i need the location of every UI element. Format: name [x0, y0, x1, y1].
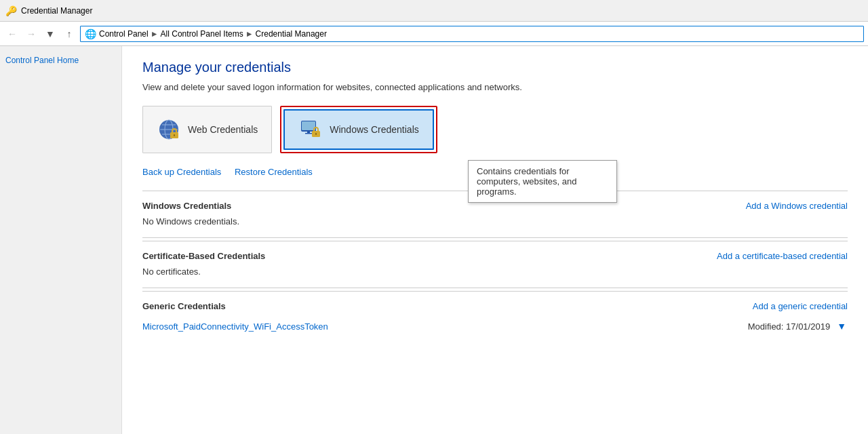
windows-credentials-icon	[298, 117, 323, 142]
window-title: Credential Manager	[21, 6, 92, 16]
web-credentials-label: Web Credentials	[188, 124, 258, 135]
generic-credential-item: Microsoft_PaidConnectivity_WiFi_AccessTo…	[142, 317, 848, 336]
svg-rect-12	[315, 133, 317, 135]
folder-icon: 🌐	[85, 28, 96, 39]
certificate-credentials-section-title: Certificate-Based Credentials	[142, 251, 265, 261]
content-area: Manage your credentials View and delete …	[122, 46, 868, 434]
recent-pages-button[interactable]: ▼	[42, 26, 58, 42]
generic-credentials-section-title: Generic Credentials	[142, 301, 226, 311]
forward-button[interactable]: →	[23, 26, 39, 42]
svg-rect-6	[174, 134, 175, 136]
main-layout: Control Panel Home Manage your credentia…	[0, 46, 868, 434]
credential-type-row: Web Credentials	[142, 106, 848, 153]
tooltip-text: Contains credentials for computers, webs…	[477, 166, 576, 197]
certificate-credentials-section: Certificate-Based Credentials Add a cert…	[142, 241, 848, 288]
sidebar-control-panel-home[interactable]: Control Panel Home	[5, 54, 116, 66]
title-bar: 🔑 Credential Manager	[0, 0, 868, 22]
backup-credentials-link[interactable]: Back up Credentials	[142, 167, 221, 177]
up-button[interactable]: ↑	[61, 26, 77, 42]
page-title: Manage your credentials	[142, 60, 848, 75]
address-bar: ← → ▼ ↑ 🌐 Control Panel ► All Control Pa…	[0, 22, 868, 46]
sidebar: Control Panel Home	[0, 46, 122, 434]
windows-credentials-button[interactable]: Windows Credentials	[283, 109, 434, 150]
back-button[interactable]: ←	[4, 26, 20, 42]
certificate-credentials-empty-text: No certificates.	[142, 267, 848, 277]
windows-credentials-empty-text: No Windows credentials.	[142, 216, 848, 226]
credential-item-name[interactable]: Microsoft_PaidConnectivity_WiFi_AccessTo…	[142, 321, 328, 332]
restore-credentials-link[interactable]: Restore Credentials	[235, 167, 313, 177]
credential-item-modified: Modified: 17/01/2019	[748, 321, 830, 332]
generic-credentials-section: Generic Credentials Add a generic creden…	[142, 291, 848, 341]
svg-rect-8	[302, 121, 315, 130]
web-credentials-button[interactable]: Web Credentials	[142, 106, 272, 153]
address-field[interactable]: 🌐 Control Panel ► All Control Panel Item…	[80, 26, 864, 42]
add-certificate-credential-link[interactable]: Add a certificate-based credential	[717, 251, 848, 261]
breadcrumb-control-panel[interactable]: Control Panel	[99, 29, 149, 39]
svg-rect-10	[305, 133, 312, 134]
credential-item-meta: Modified: 17/01/2019 ▼	[748, 319, 848, 333]
windows-credentials-section-title: Windows Credentials	[142, 201, 231, 211]
certificate-credentials-section-header: Certificate-Based Credentials Add a cert…	[142, 251, 848, 261]
page-description: View and delete your saved logon informa…	[142, 82, 848, 92]
windows-credentials-tooltip: Contains credentials for computers, webs…	[468, 160, 617, 203]
credential-item-expand-button[interactable]: ▼	[835, 319, 848, 333]
web-credentials-icon	[157, 117, 181, 142]
windows-credentials-highlight: Windows Credentials	[280, 106, 437, 153]
breadcrumb-credential-manager[interactable]: Credential Manager	[256, 29, 327, 39]
app-icon: 🔑	[5, 5, 17, 16]
generic-credentials-section-header: Generic Credentials Add a generic creden…	[142, 301, 848, 311]
windows-credentials-label: Windows Credentials	[330, 124, 419, 135]
breadcrumb-all-items[interactable]: All Control Panel Items	[161, 29, 243, 39]
add-windows-credential-link[interactable]: Add a Windows credential	[746, 201, 848, 211]
add-generic-credential-link[interactable]: Add a generic credential	[753, 301, 848, 311]
